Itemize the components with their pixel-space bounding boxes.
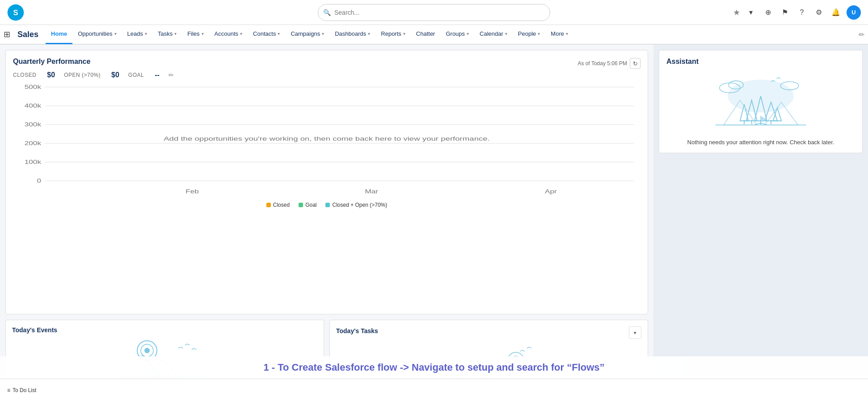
nav-item-files[interactable]: Files ▾ <box>182 25 209 44</box>
svg-text:Mar: Mar <box>365 188 378 194</box>
tasks-title: Today's Tasks <box>336 327 378 334</box>
add-button[interactable]: ⊕ <box>762 6 774 19</box>
nav-item-opportunities[interactable]: Opportunities ▾ <box>72 25 122 44</box>
chevron-down-icon: ▾ <box>322 31 324 36</box>
chevron-down-icon: ▾ <box>174 31 177 36</box>
nav-item-leads[interactable]: Leads ▾ <box>122 25 152 44</box>
refresh-button[interactable]: ↻ <box>630 58 640 69</box>
tasks-dropdown-button[interactable]: ▾ <box>629 326 641 339</box>
flow-banner: 1 - To Create Salesforce flow -> Navigat… <box>0 356 868 379</box>
search-icon: 🔍 <box>323 9 331 16</box>
open-label: OPEN (>70%) <box>64 72 101 78</box>
chart-legend: Closed Goal Closed + Open (>70%) <box>13 202 640 208</box>
nav-item-chatter[interactable]: Chatter <box>411 25 441 44</box>
svg-text:Apr: Apr <box>545 188 557 194</box>
closed-label: CLOSED <box>13 72 36 78</box>
open-value: $0 <box>111 71 119 79</box>
chevron-down-icon: ▾ <box>368 31 370 36</box>
legend-closed-label: Closed <box>273 202 290 208</box>
salesforce-logo[interactable]: S <box>7 4 24 21</box>
star-dropdown-button[interactable]: ▾ <box>745 6 757 19</box>
quarterly-stats: CLOSED $0 OPEN (>70%) $0 GOAL -- ✏ <box>13 71 640 79</box>
todo-list-label: To Do List <box>13 387 36 393</box>
nav-bar: ⊞ Sales Home Opportunities ▾ Leads ▾ Tas… <box>0 25 868 45</box>
closed-value: $0 <box>47 71 55 79</box>
nav-item-contacts[interactable]: Contacts ▾ <box>248 25 285 44</box>
legend-goal: Goal <box>299 202 316 208</box>
assistant-title: Assistant <box>666 58 699 66</box>
quarterly-title: Quarterly Performance <box>13 58 90 66</box>
chevron-down-icon: ▾ <box>566 31 568 36</box>
bookmark-icon[interactable]: ★ <box>733 8 740 17</box>
quarterly-header: Quarterly Performance As of Today 5:06 P… <box>13 58 640 69</box>
nav-item-more[interactable]: More ▾ <box>545 25 573 44</box>
chevron-down-icon: ▾ <box>114 31 117 36</box>
nav-item-people[interactable]: People ▾ <box>513 25 545 44</box>
list-icon: ≡ <box>7 387 10 393</box>
nav-item-accounts[interactable]: Accounts ▾ <box>209 25 248 44</box>
search-container: 🔍 <box>318 4 550 21</box>
nav-item-tasks[interactable]: Tasks ▾ <box>152 25 182 44</box>
as-of-container: As of Today 5:06 PM ↻ <box>577 58 640 69</box>
nav-item-campaigns[interactable]: Campaigns ▾ <box>285 25 329 44</box>
app-name: Sales <box>12 30 44 39</box>
svg-text:400k: 400k <box>25 103 42 109</box>
chevron-down-icon: ▾ <box>202 31 204 36</box>
gear-icon[interactable]: ⚙ <box>813 6 825 19</box>
flow-banner-text: 1 - To Create Salesforce flow -> Navigat… <box>263 362 604 373</box>
nav-edit-icon[interactable]: ✏ <box>859 30 864 39</box>
chevron-down-icon: ▾ <box>278 31 280 36</box>
svg-text:100k: 100k <box>25 159 42 165</box>
nav-item-calendar[interactable]: Calendar ▾ <box>474 25 513 44</box>
right-panel: Assistant <box>653 45 868 401</box>
performance-chart: 500k 400k 300k 200k 100k 0 Feb Mar Apr A… <box>13 83 640 199</box>
svg-point-20 <box>144 348 150 353</box>
chevron-down-icon: ▾ <box>240 31 242 36</box>
nav-item-groups[interactable]: Groups ▾ <box>440 25 474 44</box>
svg-text:200k: 200k <box>25 140 42 146</box>
top-bar-actions: ★ ▾ ⊕ ⚑ ? ⚙ 🔔 U <box>733 5 861 20</box>
assistant-message: Nothing needs your attention right now. … <box>687 139 834 146</box>
svg-text:S: S <box>13 8 18 17</box>
legend-open-label: Closed + Open (>70%) <box>332 202 387 208</box>
quarterly-performance-card: Quarterly Performance As of Today 5:06 P… <box>5 50 648 314</box>
events-title: Today's Events <box>12 326 317 334</box>
main-content: Quarterly Performance As of Today 5:06 P… <box>0 45 868 401</box>
nav-item-reports[interactable]: Reports ▾ <box>375 25 411 44</box>
left-panel: Quarterly Performance As of Today 5:06 P… <box>0 45 653 401</box>
legend-open: Closed + Open (>70%) <box>325 202 387 208</box>
avatar[interactable]: U <box>847 5 861 20</box>
legend-goal-dot <box>299 203 303 207</box>
bottom-bar: ≡ To Do List <box>0 379 868 401</box>
svg-text:Feb: Feb <box>185 188 199 194</box>
assistant-illustration <box>707 71 814 134</box>
top-bar: S 🔍 ★ ▾ ⊕ ⚑ ? ⚙ 🔔 U <box>0 0 868 25</box>
chevron-down-icon: ▾ <box>145 31 147 36</box>
help-icon[interactable]: ? <box>796 6 808 19</box>
legend-closed-dot <box>266 203 271 207</box>
search-input[interactable] <box>318 4 550 21</box>
flag-icon[interactable]: ⚑ <box>779 6 791 19</box>
chart-area: 500k 400k 300k 200k 100k 0 Feb Mar Apr A… <box>13 83 640 307</box>
nav-item-home[interactable]: Home <box>46 25 72 44</box>
svg-text:0: 0 <box>37 178 41 184</box>
goal-edit-icon[interactable]: ✏ <box>169 71 174 79</box>
chevron-down-icon: ▾ <box>403 31 405 36</box>
app-grid-icon[interactable]: ⊞ <box>4 29 10 39</box>
search-wrapper: 🔍 <box>318 4 550 21</box>
nav-item-dashboards[interactable]: Dashboards ▾ <box>329 25 375 44</box>
chevron-down-icon: ▾ <box>538 31 540 36</box>
todo-list-link[interactable]: ≡ To Do List <box>7 387 36 393</box>
legend-closed: Closed <box>266 202 290 208</box>
goal-value: -- <box>155 71 160 79</box>
chevron-down-icon: ▾ <box>505 31 507 36</box>
bell-icon[interactable]: 🔔 <box>830 6 842 19</box>
chevron-down-icon: ▾ <box>467 31 469 36</box>
goal-label: GOAL <box>128 72 144 78</box>
as-of-text: As of Today 5:06 PM <box>577 60 627 67</box>
assistant-card: Assistant <box>659 50 863 153</box>
svg-text:Add the opportunities you're w: Add the opportunities you're working on,… <box>164 135 490 142</box>
svg-text:300k: 300k <box>25 121 42 127</box>
legend-open-dot <box>325 203 330 207</box>
svg-text:500k: 500k <box>25 84 42 90</box>
